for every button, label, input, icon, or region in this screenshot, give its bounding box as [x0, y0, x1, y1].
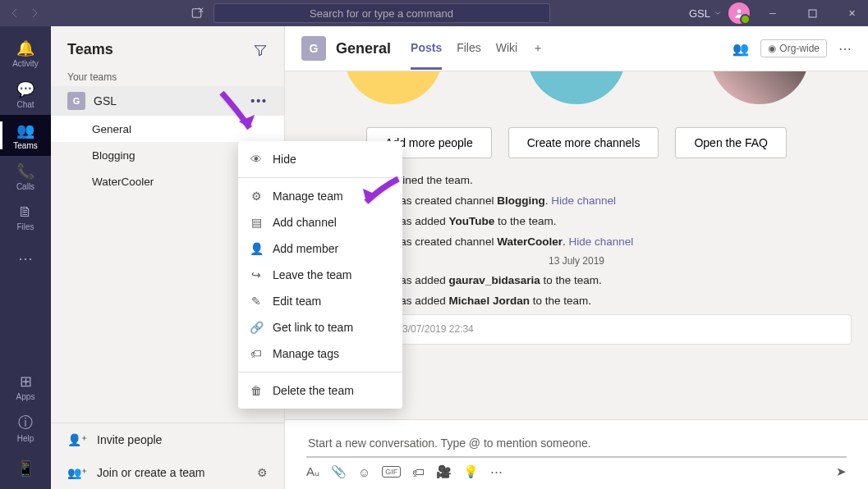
illustration-hands — [710, 71, 809, 104]
link-icon: 🔗 — [250, 321, 263, 334]
stream-icon[interactable]: 💡 — [463, 464, 479, 479]
ctx-edit-team[interactable]: ✎Edit team — [238, 288, 402, 314]
hide-channel-link-2[interactable]: Hide channel — [568, 235, 633, 248]
gear-icon[interactable]: ⚙ — [257, 466, 268, 479]
illustration-teal — [527, 71, 626, 104]
tab-wiki[interactable]: Wiki — [496, 28, 517, 70]
pencil-icon: ✎ — [250, 295, 263, 308]
team-name: GSL — [94, 94, 117, 107]
nav-back[interactable] — [7, 5, 23, 21]
mobile-icon: 📱 — [16, 459, 34, 478]
hide-channel-link-1[interactable]: Hide channel — [551, 194, 616, 207]
emoji-icon[interactable]: ☺ — [358, 465, 370, 479]
annotation-arrow-1 — [214, 89, 263, 141]
join-icon: 👥⁺ — [67, 466, 87, 479]
phone-icon: 📞 — [16, 162, 34, 181]
team-app-icon[interactable]: 👥 — [733, 41, 749, 57]
msg-timestamp: 13/07/2019 22:34 — [397, 323, 473, 336]
teams-icon: 👥 — [16, 121, 34, 139]
window-maximize[interactable] — [796, 0, 829, 26]
svg-point-1 — [737, 9, 742, 13]
ctx-delete-team[interactable]: 🗑Delete the team — [238, 377, 402, 404]
channel-tile: G — [301, 36, 326, 61]
chat-icon: 💬 — [16, 80, 34, 98]
invite-icon: 👤⁺ — [67, 433, 87, 446]
attach-icon[interactable]: 📎 — [331, 464, 347, 479]
rail-files[interactable]: 🗎Files — [0, 197, 51, 238]
help-icon: ⓘ — [18, 413, 33, 432]
more-options-icon[interactable]: ⋯ — [838, 41, 852, 57]
rail-help[interactable]: ⓘHelp — [0, 407, 51, 448]
app-rail: 🔔Activity 💬Chat 👥Teams 📞Calls 🗎Files ⋯ ⊞… — [0, 26, 51, 489]
ctx-manage-tags[interactable]: 🏷Manage tags — [238, 340, 402, 367]
hide-icon: 👁 — [250, 153, 263, 166]
new-message-icon[interactable] — [189, 4, 207, 22]
rail-mobile[interactable]: 📱 — [0, 448, 51, 489]
rail-chat[interactable]: 💬Chat — [0, 74, 51, 115]
ctx-leave-team[interactable]: ↪Leave the team — [238, 262, 402, 288]
search-input[interactable]: Search for or type a command — [214, 3, 550, 23]
avatar[interactable] — [728, 2, 750, 24]
svg-rect-2 — [809, 10, 816, 17]
tab-posts[interactable]: Posts — [411, 28, 442, 70]
rail-apps[interactable]: ⊞Apps — [0, 366, 51, 407]
ctx-get-link[interactable]: 🔗Get link to team — [238, 314, 402, 340]
meet-now-icon[interactable]: 🎥 — [436, 464, 452, 479]
cta-create-channels[interactable]: Create more channels — [508, 127, 659, 158]
rail-calls[interactable]: 📞Calls — [0, 156, 51, 197]
orgwide-button[interactable]: ◉Org-wide — [760, 39, 827, 57]
trash-icon: 🗑 — [250, 384, 263, 397]
gif-icon[interactable]: GIF — [382, 466, 401, 478]
title-bar: Search for or type a command GSL ─ ✕ — [0, 0, 868, 26]
add-member-icon: 👤 — [250, 242, 263, 255]
compose-input[interactable]: Start a new conversation. Type @ to ment… — [306, 430, 847, 458]
tenant-selector[interactable]: GSL — [689, 7, 722, 20]
window-minimize[interactable]: ─ — [756, 0, 789, 26]
your-teams-label: Your teams — [51, 68, 284, 86]
nav-forward[interactable] — [26, 5, 43, 21]
channel-name: General — [336, 40, 391, 57]
send-icon[interactable]: ➤ — [836, 464, 847, 479]
more-compose-icon[interactable]: ⋯ — [490, 464, 503, 479]
format-icon[interactable]: Aᵤ — [306, 464, 319, 479]
sticker-icon[interactable]: 🏷 — [412, 465, 425, 479]
window-close[interactable]: ✕ — [835, 0, 868, 26]
gear-icon: ⚙ — [250, 190, 263, 203]
apps-icon: ⊞ — [20, 372, 32, 391]
tag-icon: 🏷 — [250, 347, 263, 360]
leave-icon: ↪ — [250, 268, 263, 281]
file-icon: 🗎 — [18, 203, 33, 221]
cta-open-faq[interactable]: Open the FAQ — [675, 127, 787, 158]
channel-header: G General Posts Files Wiki ＋ 👥 ◉Org-wide… — [285, 26, 868, 71]
invite-people[interactable]: 👤⁺Invite people — [51, 423, 284, 456]
annotation-arrow-2 — [353, 172, 402, 217]
composer: Start a new conversation. Type @ to ment… — [285, 419, 868, 489]
sidebar-title: Teams — [67, 41, 113, 58]
rail-more[interactable]: ⋯ — [0, 238, 51, 279]
join-create-team[interactable]: 👥⁺Join or create a team⚙ — [51, 456, 284, 489]
message-card[interactable]: Jordan 13/07/2019 22:34 — [334, 314, 852, 345]
ctx-add-member[interactable]: 👤Add member — [238, 235, 402, 262]
filter-icon[interactable] — [253, 43, 268, 57]
tab-add[interactable]: ＋ — [532, 28, 544, 70]
svg-rect-0 — [192, 9, 201, 18]
bell-icon: 🔔 — [16, 39, 34, 57]
ctx-hide[interactable]: 👁Hide — [238, 146, 402, 172]
team-tile: G — [67, 92, 85, 110]
illustration-yellow — [344, 71, 443, 104]
add-channel-icon: ▤ — [250, 216, 263, 229]
ellipsis-icon: ⋯ — [18, 249, 33, 267]
rail-teams[interactable]: 👥Teams — [0, 115, 51, 156]
rail-activity[interactable]: 🔔Activity — [0, 33, 51, 74]
tab-files[interactable]: Files — [457, 28, 481, 70]
